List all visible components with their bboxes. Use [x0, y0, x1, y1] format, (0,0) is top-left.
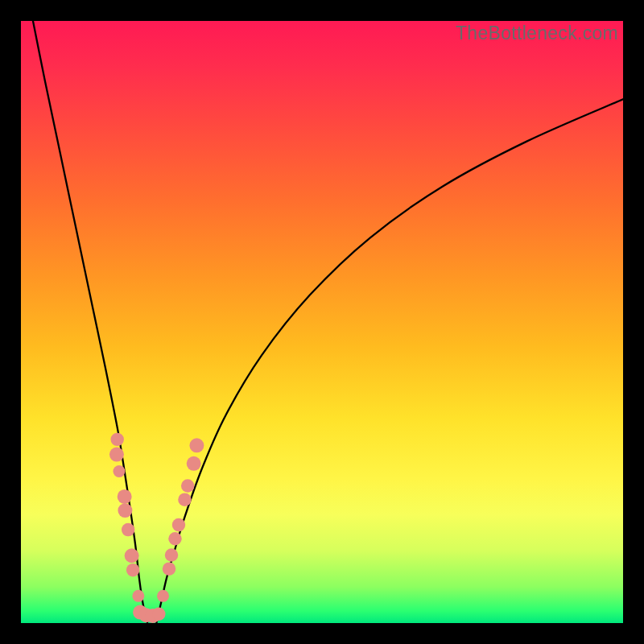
plot-area: TheBottleneck.com	[21, 21, 623, 623]
marker-dot	[109, 448, 124, 462]
outer-frame: TheBottleneck.com	[0, 0, 644, 644]
marker-dot	[132, 590, 144, 602]
marker-dot	[168, 532, 181, 545]
marker-dot	[113, 465, 125, 477]
marker-dot	[110, 433, 123, 446]
watermark-text: TheBottleneck.com	[456, 23, 618, 44]
marker-dot	[118, 503, 132, 518]
chart-svg	[21, 21, 623, 623]
marker-dot	[181, 479, 194, 492]
marker-dot	[152, 608, 165, 621]
marker-dot	[178, 493, 191, 506]
marker-dot	[126, 564, 139, 576]
marker-dot	[118, 489, 132, 504]
marker-dot	[125, 548, 139, 563]
marker-dot	[187, 456, 201, 471]
marker-dot	[172, 518, 185, 531]
marker-dot	[165, 548, 178, 561]
marker-dot	[163, 562, 175, 575]
marker-dot	[122, 523, 134, 536]
marker-dot	[189, 438, 204, 452]
marker-dot	[157, 590, 169, 602]
curve-right-branch	[156, 99, 623, 623]
